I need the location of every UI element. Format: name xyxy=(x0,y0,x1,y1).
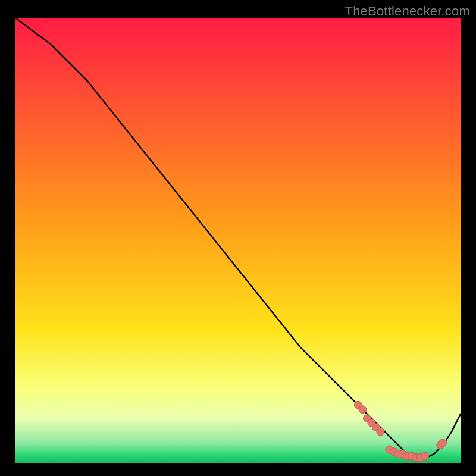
curve-marker xyxy=(359,406,367,414)
plot-background xyxy=(15,18,461,463)
curve-marker xyxy=(421,452,429,460)
attribution-text: TheBottlenecker.com xyxy=(345,4,470,19)
chart-container: TheBottlenecker.com xyxy=(0,0,476,476)
curve-marker xyxy=(439,439,447,447)
curve-marker xyxy=(377,428,384,436)
bottleneck-chart xyxy=(0,0,476,476)
